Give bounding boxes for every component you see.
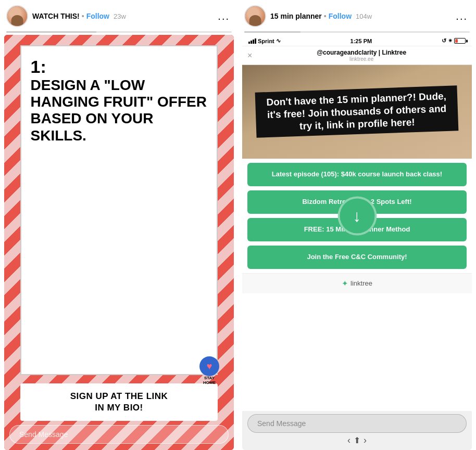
left-white-box: 1: DESIGN A "LOW HANGING FRUIT" OFFER BA… (20, 45, 218, 375)
promo-text: Don't have the 15 min planner?! Dude, it… (261, 90, 452, 134)
download-arrow-icon: ↓ (353, 208, 361, 224)
share-row: ‹ ⬆ › (347, 435, 367, 446)
signal-bar-1 (248, 42, 250, 44)
left-follow-button[interactable]: Follow (86, 12, 109, 20)
signal-bars (248, 38, 256, 44)
rotation-icon: ↺ (442, 37, 446, 44)
share-icon[interactable]: ⬆ (354, 435, 360, 445)
right-story-column: 15 min planner • Follow 104w ... (238, 0, 476, 450)
battery-icon (454, 38, 466, 44)
browser-url-text: linktree.ee (256, 56, 467, 62)
bluetooth-icon: ✴ (448, 37, 453, 44)
right-story-card: Sprint ∿ 1:25 PM ↺ ✴ × (242, 35, 472, 450)
stay-home-icon: ♥ (199, 356, 219, 376)
wifi-icon: ∿ (276, 37, 281, 44)
right-follow-button[interactable]: Follow (329, 12, 352, 20)
left-story-card: 1: DESIGN A "LOW HANGING FRUIT" OFFER BA… (4, 35, 234, 450)
stories-container: WATCH THIS! • Follow 23w ... 1: DESIGN A… (0, 0, 476, 450)
stay-home-text: STAY HOME (199, 376, 219, 385)
phone-screen: Sprint ∿ 1:25 PM ↺ ✴ × (242, 35, 472, 411)
linktree-footer: ✦ linktree (242, 273, 472, 293)
phone-status-bar: Sprint ∿ 1:25 PM ↺ ✴ (242, 35, 472, 46)
status-left: Sprint ∿ (248, 37, 281, 44)
stay-home-badge: ♥ STAY HOME (199, 356, 219, 385)
cta-line2: IN MY BIO! (95, 403, 143, 413)
right-progress-bar (244, 31, 470, 33)
linktree-label: linktree (350, 279, 372, 287)
linktree-icon: ✦ (342, 279, 348, 288)
linktree-button-0[interactable]: Latest episode (105): $40k course launch… (247, 163, 467, 186)
left-story-text: 1: DESIGN A "LOW HANGING FRUIT" OFFER BA… (31, 57, 208, 144)
signal-bar-3 (253, 40, 254, 44)
right-bottom-bar: Send Message ‹ ⬆ › (242, 411, 472, 450)
left-time-ago: 23w (114, 12, 126, 20)
left-story-column: WATCH THIS! • Follow 23w ... 1: DESIGN A… (0, 0, 238, 450)
promo-text-box: Don't have the 15 min planner?! Dude, it… (255, 86, 459, 138)
browser-url-area: @courageandclarity | Linktree linktree.e… (256, 49, 467, 62)
right-story-header: 15 min planner • Follow 104w ... (240, 0, 474, 31)
right-more-button[interactable]: ... (454, 10, 470, 22)
browser-bar: × @courageandclarity | Linktree linktree… (242, 46, 472, 65)
cta-line1: SIGN UP AT THE LINK (70, 391, 168, 401)
btn-container-3: Join the Free C&C Community! (247, 246, 467, 269)
linktree-section: Latest episode (105): $40k course launch… (242, 159, 472, 273)
right-send-message[interactable]: Send Message (247, 414, 467, 433)
status-right: ↺ ✴ (442, 37, 466, 44)
left-header-info: WATCH THIS! • Follow 23w (32, 12, 211, 20)
main-body-text: DESIGN A "LOW HANGING FRUIT" OFFER BASED… (31, 77, 207, 144)
battery-fill (455, 39, 458, 43)
right-username: 15 min planner (270, 12, 322, 20)
step-number: 1: (31, 57, 46, 76)
left-nav-arrow[interactable]: ‹ (347, 435, 350, 446)
signal-bar-2 (250, 41, 252, 44)
left-content-wrapper: 1: DESIGN A "LOW HANGING FRUIT" OFFER BA… (4, 35, 234, 421)
left-dot: • (82, 12, 84, 20)
left-progress-fill (6, 31, 96, 33)
signal-bar-4 (255, 38, 256, 44)
browser-close-button[interactable]: × (247, 51, 252, 60)
left-progress-bar (6, 31, 232, 33)
linktree-logo: ✦ linktree (247, 279, 467, 288)
phone-time: 1:25 PM (350, 38, 372, 44)
left-avatar[interactable] (6, 5, 28, 27)
linktree-button-3[interactable]: Join the Free C&C Community! (247, 246, 467, 269)
right-nav-arrow[interactable]: › (364, 435, 367, 446)
btn-container-0: Latest episode (105): $40k course launch… (247, 163, 467, 186)
left-more-button[interactable]: ... (216, 10, 232, 22)
right-avatar[interactable] (244, 5, 266, 27)
right-time-ago: 104w (356, 12, 372, 20)
cta-text: SIGN UP AT THE LINK IN MY BIO! (26, 391, 213, 414)
cta-box: SIGN UP AT THE LINK IN MY BIO! (20, 383, 218, 421)
right-progress-fill (244, 31, 300, 33)
left-story-header: WATCH THIS! • Follow 23w ... (2, 0, 236, 31)
download-overlay[interactable]: ↓ (337, 196, 377, 235)
right-dot: • (324, 12, 327, 20)
browser-title: @courageandclarity | Linktree (256, 49, 467, 56)
left-send-message[interactable]: Send Message (9, 425, 229, 444)
left-username: WATCH THIS! (32, 12, 80, 20)
right-header-info: 15 min planner • Follow 104w (270, 12, 449, 20)
promo-image: Don't have the 15 min planner?! Dude, it… (242, 65, 472, 159)
carrier-name: Sprint (258, 38, 274, 44)
